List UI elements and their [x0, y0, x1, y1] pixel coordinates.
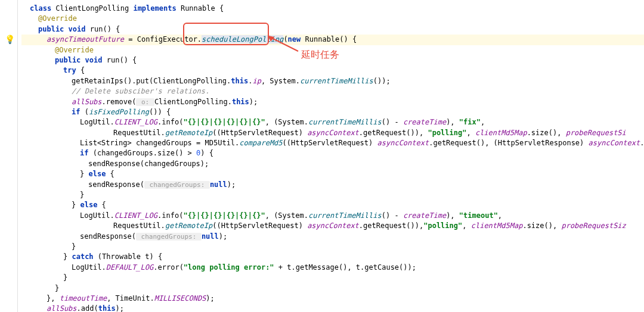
- code-line: if (changedGroups.size() > 0) {: [21, 148, 644, 158]
- code-line: try {: [21, 65, 644, 76]
- highlighted-line: asyncTimeoutFuture = ConfigExecutor.sche…: [21, 35, 644, 45]
- callout-label: 延时任务: [301, 49, 339, 61]
- code-line: LogUtil.DEFAULT_LOG.error("long polling …: [21, 263, 644, 273]
- code-line: // Delete subsciber's relations.: [21, 86, 644, 96]
- code-line: @Override: [21, 14, 644, 24]
- code-line: }, timeoutTime, TimeUnit.MILLISECONDS);: [21, 294, 644, 304]
- code-line: LogUtil.CLIENT_LOG.info("{}|{}|{}|{}|{}|…: [21, 211, 644, 221]
- editor-gutter: 💡: [0, 0, 18, 312]
- code-line: }: [21, 273, 644, 283]
- code-editor[interactable]: class ClientLongPolling implements Runna…: [18, 0, 644, 312]
- code-line: sendResponse(changedGroups);: [21, 159, 644, 169]
- code-line: if (isFixedPolling()) {: [21, 107, 644, 117]
- code-line: }: [21, 242, 644, 252]
- code-line: allSubs.add(this);: [21, 304, 644, 312]
- code-line: public void run() {: [21, 24, 644, 35]
- code-line: List<String> changedGroups = MD5Util.com…: [21, 138, 644, 148]
- code-line: allSubs.remove( o: ClientLongPolling.thi…: [21, 97, 644, 107]
- code-line: getRetainIps().put(ClientLongPolling.thi…: [21, 76, 644, 86]
- code-line: }: [21, 190, 644, 200]
- code-line: sendResponse( changedGroups: null);: [21, 232, 644, 242]
- code-line: class ClientLongPolling implements Runna…: [21, 4, 644, 14]
- code-line: } else {: [21, 169, 644, 179]
- code-line: LogUtil.CLIENT_LOG.info("{}|{}|{}|{}|{}|…: [21, 117, 644, 127]
- code-line: sendResponse( changedGroups: null);: [21, 180, 644, 190]
- code-line: }: [21, 283, 644, 294]
- code-line: } else {: [21, 200, 644, 210]
- code-line: RequestUtil.getRemoteIp((HttpServletRequ…: [21, 221, 644, 231]
- code-line: RequestUtil.getRemoteIp((HttpServletRequ…: [21, 128, 644, 138]
- lightbulb-icon[interactable]: 💡: [5, 35, 15, 44]
- code-line: } catch (Throwable t) {: [21, 252, 644, 262]
